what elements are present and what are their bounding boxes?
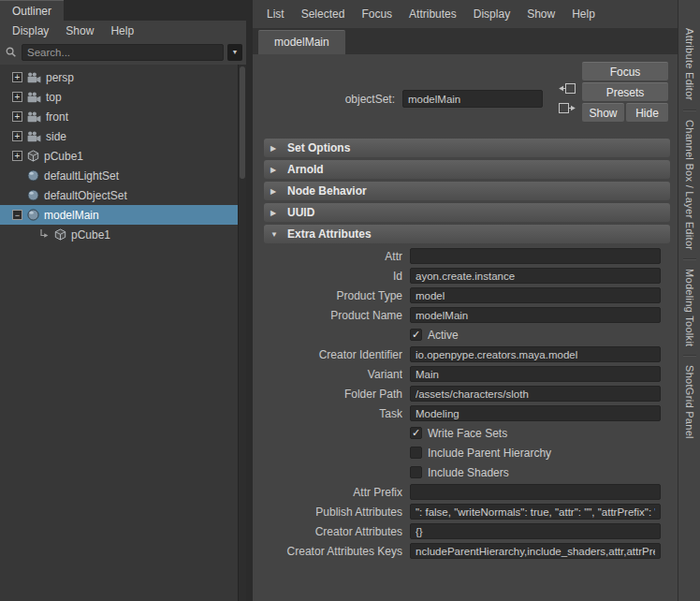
include-parent-hierarchy-checkbox[interactable]: Include Parent Hierarchy (410, 447, 661, 460)
outliner-tab[interactable]: Outliner (0, 0, 64, 21)
product-type-input[interactable] (410, 287, 661, 303)
tab-modeling-toolkit[interactable]: Modeling Toolkit (684, 267, 695, 348)
tree-item-pcube1[interactable]: pCube1 (0, 146, 238, 166)
checkbox-checked-icon[interactable] (410, 427, 422, 439)
tree-item-persp[interactable]: persp (0, 67, 238, 87)
field-label: Attr Prefix (264, 486, 402, 499)
scrollbar-thumb[interactable] (240, 66, 245, 179)
search-input[interactable] (22, 44, 224, 61)
light-set-icon (27, 169, 39, 182)
objectset-name-input[interactable] (402, 90, 543, 108)
attr-row: Creator Identifier (264, 344, 672, 364)
tree-item-label: top (46, 91, 62, 104)
show-button[interactable]: Show (582, 103, 624, 122)
publish-attributes-input[interactable] (410, 504, 661, 520)
outliner-tree-area: persp top front side (0, 65, 246, 601)
section-set-options[interactable]: Set Options (264, 139, 670, 157)
tree-item-defaultlightset[interactable]: defaultLightSet (0, 166, 238, 185)
tree-item-top[interactable]: top (0, 87, 238, 107)
menu-focus[interactable]: Focus (353, 6, 401, 22)
expand-plus-icon[interactable] (12, 92, 22, 102)
outliner-menubar: Display Show Help (0, 21, 246, 41)
outliner-search-row (0, 41, 246, 65)
checkbox-checked-icon[interactable] (410, 329, 422, 341)
product-name-input[interactable] (410, 307, 661, 323)
tab-shotgrid-panel[interactable]: ShotGrid Panel (684, 363, 695, 441)
outliner-scrollbar[interactable] (238, 65, 246, 601)
tree-item-label: front (46, 110, 68, 124)
section-uuid[interactable]: UUID (264, 203, 670, 222)
attr-prefix-input[interactable] (410, 484, 661, 500)
connection-in-icon[interactable] (558, 102, 576, 115)
include-shaders-checkbox[interactable]: Include Shaders (410, 466, 661, 479)
attr-row: Creator Attributes (264, 521, 672, 541)
focus-button[interactable]: Focus (582, 62, 668, 81)
section-arnold[interactable]: Arnold (264, 160, 670, 179)
field-label: Task (264, 407, 402, 420)
id-input[interactable] (410, 268, 661, 284)
tree-item-modelmain[interactable]: modelMain (0, 205, 238, 225)
search-icon (4, 46, 18, 58)
expand-plus-icon[interactable] (12, 111, 22, 122)
expand-plus-icon[interactable] (12, 131, 22, 141)
tree-item-pcube1-child[interactable]: pCube1 (0, 225, 238, 244)
attr-input[interactable] (410, 248, 661, 264)
menu-help[interactable]: Help (102, 22, 142, 39)
attr-row: Write Face Sets (264, 423, 672, 443)
write-face-sets-checkbox[interactable]: Write Face Sets (410, 427, 661, 440)
menu-display[interactable]: Display (4, 22, 57, 39)
connection-out-icon[interactable] (558, 82, 576, 95)
attr-row: Include Parent Hierarchy (264, 443, 672, 462)
checkbox-unchecked-icon[interactable] (410, 447, 422, 459)
checkbox-label: Include Shaders (428, 466, 509, 479)
hide-button[interactable]: Hide (626, 103, 668, 122)
task-input[interactable] (410, 405, 661, 421)
tree-item-side[interactable]: side (0, 126, 238, 146)
outliner-panel: Outliner Display Show Help persp (0, 0, 246, 601)
attribute-editor-content: objectSet: Focus Presets Show Hide (253, 54, 678, 601)
child-connector-icon (38, 229, 50, 241)
tree-item-front[interactable]: front (0, 107, 238, 126)
menu-selected[interactable]: Selected (293, 6, 354, 22)
cube-icon (54, 228, 66, 241)
presets-button[interactable]: Presets (582, 82, 668, 101)
tab-modelmain[interactable]: modelMain (258, 30, 345, 54)
attr-row: Variant (264, 364, 672, 384)
attr-row: Publish Attributes (264, 502, 672, 521)
cube-icon (27, 150, 39, 162)
expand-minus-icon[interactable] (12, 210, 22, 220)
field-label: Creator Attributes Keys (264, 545, 402, 558)
menu-attributes[interactable]: Attributes (401, 6, 465, 22)
camera-icon (27, 92, 41, 103)
folder-path-input[interactable] (410, 386, 661, 402)
menu-show[interactable]: Show (57, 22, 102, 39)
checkbox-unchecked-icon[interactable] (410, 466, 422, 478)
creator-attributes-input[interactable] (410, 523, 661, 539)
section-extra-attributes[interactable]: Extra Attributes (264, 225, 670, 243)
menu-help[interactable]: Help (563, 6, 604, 22)
menu-display[interactable]: Display (465, 6, 518, 22)
tree-item-defaultobjectset[interactable]: defaultObjectSet (0, 185, 238, 205)
expand-plus-icon[interactable] (12, 72, 22, 82)
tab-attribute-editor[interactable]: Attribute Editor (684, 26, 695, 103)
object-set-icon (27, 189, 39, 201)
creator-identifier-input[interactable] (410, 346, 661, 362)
tab-channel-box-layer-editor[interactable]: Channel Box / Layer Editor (684, 118, 695, 252)
expand-plus-icon[interactable] (12, 151, 22, 161)
active-checkbox[interactable]: Active (410, 329, 661, 342)
tab-divider (683, 110, 696, 111)
attr-row: Active (264, 325, 672, 344)
attr-row: Id (264, 266, 672, 286)
search-filter-dropdown-icon[interactable] (227, 44, 242, 61)
panel-separator[interactable] (246, 0, 253, 601)
field-label: Creator Attributes (264, 525, 402, 538)
tree-item-label: defaultLightSet (44, 169, 119, 183)
menu-show[interactable]: Show (518, 6, 563, 22)
creator-attributes-keys-input[interactable] (410, 543, 661, 559)
menu-list[interactable]: List (258, 6, 293, 22)
variant-input[interactable] (410, 366, 661, 382)
attr-row: Include Shaders (264, 462, 672, 482)
section-node-behavior[interactable]: Node Behavior (264, 182, 670, 200)
object-set-icon (27, 209, 39, 221)
tree-item-label: pCube1 (44, 150, 83, 163)
